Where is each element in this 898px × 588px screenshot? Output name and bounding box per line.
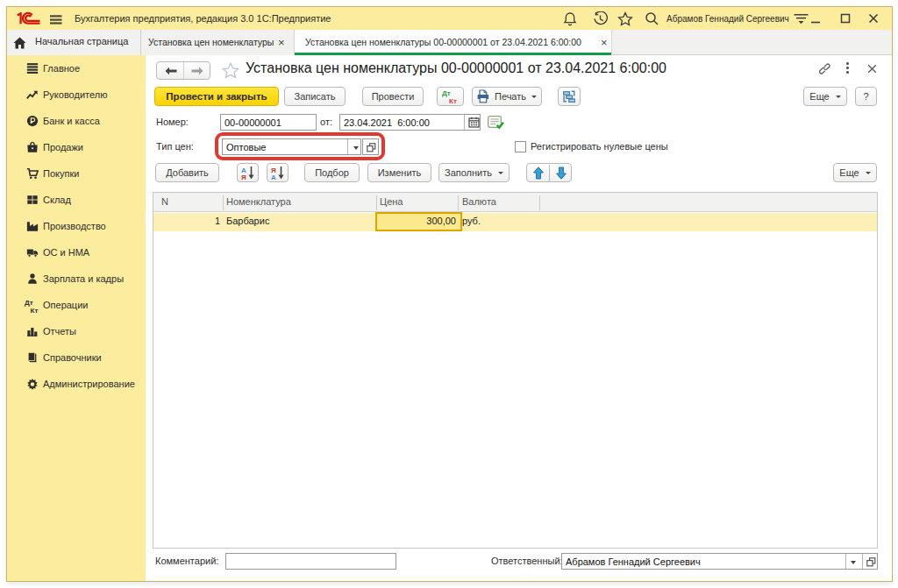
- svg-text:А: А: [271, 174, 276, 180]
- svg-text:Я: Я: [241, 174, 246, 180]
- svg-text:Кт: Кт: [449, 97, 457, 105]
- svg-text:Кт: Кт: [31, 307, 39, 314]
